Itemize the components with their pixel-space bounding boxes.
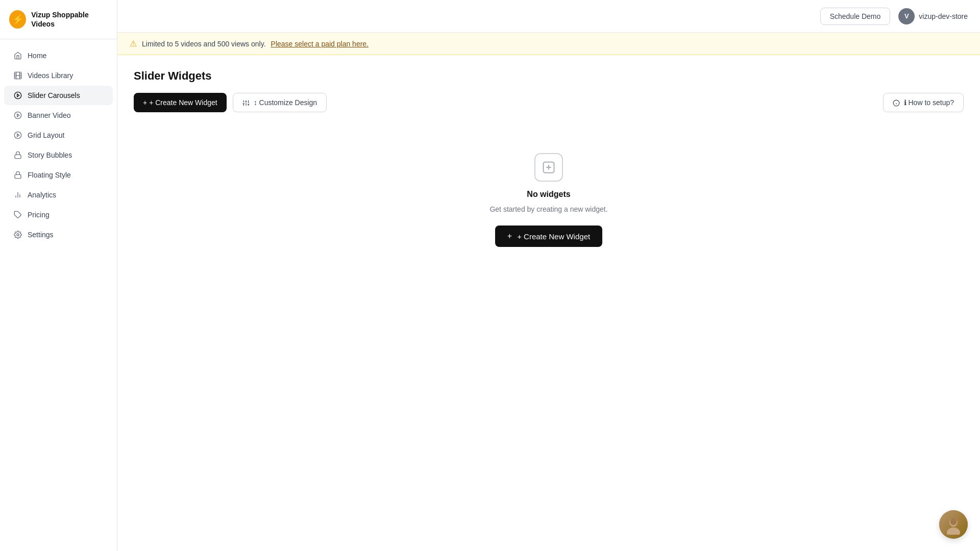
lock-icon-floating <box>13 170 22 180</box>
create-widget-label-center: + Create New Widget <box>517 232 590 241</box>
add-widget-icon <box>534 153 563 182</box>
circle-play-icon-banner <box>13 111 22 120</box>
sidebar-label-grid-layout: Grid Layout <box>28 131 64 139</box>
banner-upgrade-link[interactable]: Please select a paid plan here. <box>271 40 369 48</box>
sidebar-item-floating-style[interactable]: Floating Style <box>4 165 113 185</box>
svg-point-12 <box>14 132 21 139</box>
logo-icon: ⚡ <box>9 10 26 29</box>
svg-marker-13 <box>17 134 19 137</box>
user-avatar: V <box>898 8 915 24</box>
circle-play-icon-slider <box>13 91 22 100</box>
plus-icon-center: + <box>507 232 512 241</box>
customize-design-label: ↕ Customize Design <box>254 98 317 107</box>
svg-rect-14 <box>15 155 21 159</box>
film-icon <box>13 71 22 80</box>
sidebar-item-pricing[interactable]: Pricing <box>4 205 113 224</box>
schedule-demo-button[interactable]: Schedule Demo <box>820 8 891 25</box>
app-name: Vizup Shoppable Videos <box>31 10 108 29</box>
how-to-setup-button[interactable]: ℹ How to setup? <box>883 93 964 112</box>
sidebar-item-videos-library[interactable]: Videos Library <box>4 66 113 85</box>
page-content: Slider Widgets + + Create New Widget <box>117 55 980 551</box>
sidebar-item-story-bubbles[interactable]: Story Bubbles <box>4 145 113 165</box>
page-title: Slider Widgets <box>134 69 964 83</box>
svg-point-20 <box>17 234 19 236</box>
sidebar-label-banner-video: Banner Video <box>28 111 71 119</box>
warning-icon: ⚠ <box>130 39 137 48</box>
empty-state: No widgets Get started by creating a new… <box>134 153 964 247</box>
upgrade-banner: ⚠ Limited to 5 videos and 500 views only… <box>117 33 980 55</box>
sidebar-label-home: Home <box>28 52 46 60</box>
sidebar-label-settings: Settings <box>28 231 54 239</box>
svg-point-8 <box>14 92 21 99</box>
sidebar-label-pricing: Pricing <box>28 211 50 219</box>
empty-state-title: No widgets <box>527 190 570 199</box>
circle-play-icon-grid <box>13 131 22 140</box>
support-chat-avatar[interactable] <box>939 510 968 539</box>
toolbar: + + Create New Widget <box>134 93 964 112</box>
sidebar-label-videos-library: Videos Library <box>28 71 73 80</box>
svg-marker-9 <box>17 94 19 97</box>
svg-point-37 <box>947 528 960 535</box>
support-avatar-image <box>939 510 968 539</box>
sidebar-item-home[interactable]: Home <box>4 46 113 65</box>
sidebar-label-analytics: Analytics <box>28 191 56 199</box>
sliders-icon <box>242 98 252 107</box>
home-icon <box>13 51 22 60</box>
svg-point-38 <box>950 518 957 525</box>
customize-design-button[interactable]: ↕ Customize Design <box>233 93 327 112</box>
sidebar: ⚡ Vizup Shoppable Videos Home <box>0 0 117 551</box>
info-icon <box>893 98 902 107</box>
sidebar-item-banner-video[interactable]: Banner Video <box>4 106 113 125</box>
toolbar-left: + + Create New Widget <box>134 93 327 112</box>
tag-icon <box>13 210 22 219</box>
main-content: Schedule Demo V vizup-dev-store ⚠ Limite… <box>117 0 980 551</box>
create-widget-button-top[interactable]: + + Create New Widget <box>134 93 227 112</box>
chart-icon <box>13 190 22 199</box>
banner-message: Limited to 5 videos and 500 views only. <box>142 40 266 48</box>
app-logo: ⚡ Vizup Shoppable Videos <box>0 0 117 39</box>
sidebar-label-slider-carousels: Slider Carousels <box>28 91 80 99</box>
sidebar-item-slider-carousels[interactable]: Slider Carousels <box>4 86 113 105</box>
sidebar-label-floating-style: Floating Style <box>28 171 71 179</box>
sidebar-nav: Home Videos Library Slider <box>0 39 117 551</box>
how-to-setup-label: ℹ How to setup? <box>904 98 954 107</box>
sidebar-label-story-bubbles: Story Bubbles <box>28 151 72 159</box>
sidebar-item-grid-layout[interactable]: Grid Layout <box>4 126 113 145</box>
svg-marker-11 <box>17 114 19 117</box>
header: Schedule Demo V vizup-dev-store <box>117 0 980 33</box>
user-store-name: vizup-dev-store <box>919 12 968 20</box>
sidebar-item-settings[interactable]: Settings <box>4 225 113 244</box>
plus-icon-top: + <box>143 98 147 107</box>
svg-rect-15 <box>15 175 21 179</box>
svg-point-10 <box>14 112 21 119</box>
create-widget-button-center[interactable]: + + Create New Widget <box>495 226 602 247</box>
user-badge: V vizup-dev-store <box>898 8 968 24</box>
lock-icon-story <box>13 151 22 160</box>
empty-state-subtitle: Get started by creating a new widget. <box>489 205 607 213</box>
sidebar-item-analytics[interactable]: Analytics <box>4 185 113 205</box>
create-widget-label-top: + Create New Widget <box>149 98 217 107</box>
gear-icon <box>13 230 22 239</box>
